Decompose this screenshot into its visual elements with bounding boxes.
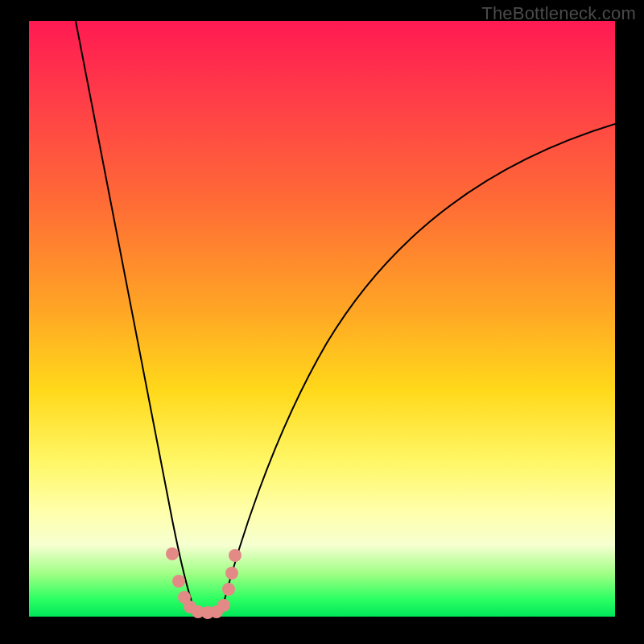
marker-dot (222, 583, 235, 596)
marker-dot (172, 575, 185, 588)
marker-dot (225, 567, 238, 580)
curve-layer (29, 21, 615, 617)
marker-dot (166, 547, 179, 560)
curve-left-branch (76, 21, 194, 609)
marker-dot (217, 599, 230, 612)
plot-area (29, 21, 615, 617)
trough-markers (166, 547, 242, 619)
marker-dot (229, 549, 242, 562)
curve-right-branch (222, 124, 615, 609)
chart-frame: TheBottleneck.com (0, 0, 644, 644)
